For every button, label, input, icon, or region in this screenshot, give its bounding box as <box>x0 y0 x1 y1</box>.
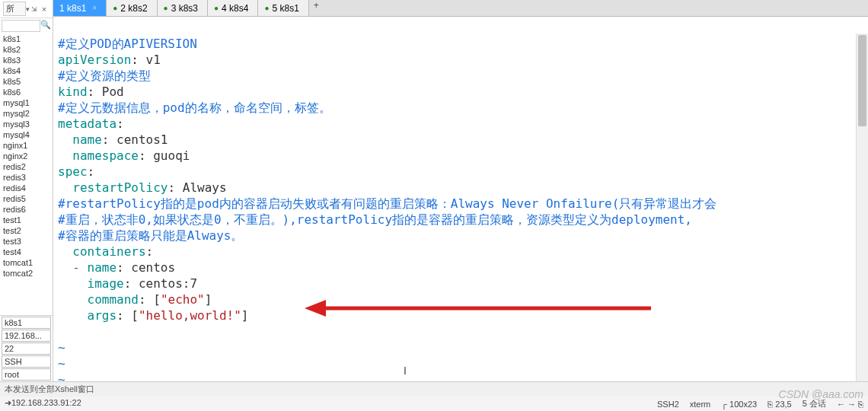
code-line: metadata <box>58 116 116 131</box>
session-item[interactable]: redis5 <box>0 193 53 204</box>
conn-user[interactable]: root <box>2 368 51 381</box>
code-line: command <box>58 292 139 307</box>
status-sessions: 5 会话 <box>803 398 826 409</box>
session-item[interactable]: redis2 <box>0 161 53 172</box>
code-line: namespace <box>58 148 139 163</box>
conn-host[interactable]: 192.168... <box>2 330 51 342</box>
code-line: #定义资源的类型 <box>58 68 151 83</box>
status-extra: ← → ⎘ <box>837 400 863 409</box>
session-list: k8s1k8s2k8s3k8s4k8s5k8s6mysql1mysql2mysq… <box>0 33 53 315</box>
code-line: #restartPolicy指的是pod内的容器启动失败或者有问题的重启策略：A… <box>58 196 716 211</box>
conn-proto[interactable]: SSH <box>2 355 51 368</box>
annotation-arrow-icon <box>305 297 655 320</box>
conn-port[interactable]: 22 <box>2 342 51 355</box>
tab-add-button[interactable]: + <box>309 0 324 16</box>
code-line: #重启，状态非0,如果状态是0，不重启。),restartPolicy指的是容器… <box>58 212 692 227</box>
status-term: xterm <box>690 400 711 409</box>
dirty-dot-icon: ● <box>164 4 168 12</box>
tab[interactable]: ●2 k8s2 <box>107 0 157 16</box>
sidebar-filter-dropdown[interactable]: 所 <box>3 2 26 16</box>
code-line: #定义POD的APIVERSION <box>58 37 197 51</box>
code-line: #容器的重启策略只能是Always。 <box>58 228 243 243</box>
tab[interactable]: 1 k8s1× <box>53 0 107 16</box>
tab-close-icon[interactable]: × <box>92 4 97 12</box>
code-line: name <box>58 132 102 147</box>
session-sidebar: 所 ▾ ⇲ × 🔍 k8s1k8s2k8s3k8s4k8s5k8s6mysql1… <box>0 0 53 381</box>
session-item[interactable]: tomcat2 <box>0 268 53 279</box>
vim-tilde: ~ <box>58 372 65 381</box>
svg-marker-1 <box>305 300 326 317</box>
session-item[interactable]: k8s6 <box>0 87 53 97</box>
session-item[interactable]: tomcat1 <box>0 257 53 268</box>
session-item[interactable]: k8s2 <box>0 44 53 55</box>
session-item[interactable]: redis4 <box>0 183 53 193</box>
session-item[interactable]: k8s4 <box>0 65 53 76</box>
text-caret-icon: I <box>404 365 407 377</box>
session-item[interactable]: mysql4 <box>0 129 53 140</box>
hint-text: 本发送到全部Xshell窗口 <box>5 384 94 395</box>
terminal-content[interactable]: #定义POD的APIVERSION apiVersion: v1 #定义资源的类… <box>53 17 868 381</box>
code-line: kind <box>58 84 88 99</box>
status-proto: SSH2 <box>657 400 679 409</box>
code-line: image <box>58 276 124 291</box>
session-item[interactable]: test4 <box>0 247 53 257</box>
pin-icon[interactable]: ⇲ <box>30 5 39 13</box>
session-item[interactable]: test2 <box>0 225 53 236</box>
vertical-scrollbar[interactable] <box>856 33 868 381</box>
code-line: #定义元数据信息，pod的名称，命名空间，标签。 <box>58 100 331 115</box>
session-item[interactable]: k8s1 <box>0 33 53 44</box>
session-item[interactable]: redis3 <box>0 172 53 183</box>
code-line: apiVersion <box>58 53 131 67</box>
code-line: restartPolicy <box>58 180 168 195</box>
status-pos: ⎘ 23,5 <box>767 400 791 409</box>
session-item[interactable]: test1 <box>0 215 53 225</box>
tab[interactable]: ●4 k8s4 <box>208 0 258 16</box>
status-address: ➜192.168.233.91:22 <box>5 398 81 409</box>
session-item[interactable]: redis6 <box>0 204 53 215</box>
vim-tilde: ~ <box>58 340 65 355</box>
status-size: ┌ 100x23 <box>721 400 757 409</box>
session-item[interactable]: mysql2 <box>0 108 53 119</box>
search-icon[interactable]: 🔍 <box>40 20 51 32</box>
session-search-input[interactable] <box>2 20 40 32</box>
dirty-dot-icon: ● <box>113 4 117 12</box>
code-line: args <box>58 308 116 323</box>
tab-bar: 1 k8s1×●2 k8s2●3 k8s3●4 k8s4●5 k8s1+ <box>53 0 868 17</box>
tab[interactable]: ●5 k8s1 <box>258 0 308 16</box>
dirty-dot-icon: ● <box>264 4 269 12</box>
tab[interactable]: ●3 k8s3 <box>158 0 208 16</box>
status-bar: ➜192.168.233.91:22 SSH2 xterm ┌ 100x23 ⎘… <box>0 397 868 411</box>
dirty-dot-icon: ● <box>214 4 219 12</box>
connection-panel: k8s1 192.168... 22 SSH root <box>0 315 53 381</box>
conn-name[interactable]: k8s1 <box>2 317 51 329</box>
session-item[interactable]: nginx2 <box>0 151 53 161</box>
session-item[interactable]: mysql3 <box>0 119 53 129</box>
vim-tilde: ~ <box>58 356 65 371</box>
code-line: containers <box>58 244 146 259</box>
session-item[interactable]: mysql1 <box>0 97 53 108</box>
broadcast-hint-bar: 本发送到全部Xshell窗口 <box>0 381 868 397</box>
session-item[interactable]: nginx1 <box>0 140 53 151</box>
session-item[interactable]: test3 <box>0 236 53 247</box>
session-item[interactable]: k8s3 <box>0 55 53 65</box>
session-item[interactable]: k8s5 <box>0 76 53 87</box>
close-icon[interactable]: × <box>39 5 49 14</box>
code-line: spec <box>58 164 88 179</box>
